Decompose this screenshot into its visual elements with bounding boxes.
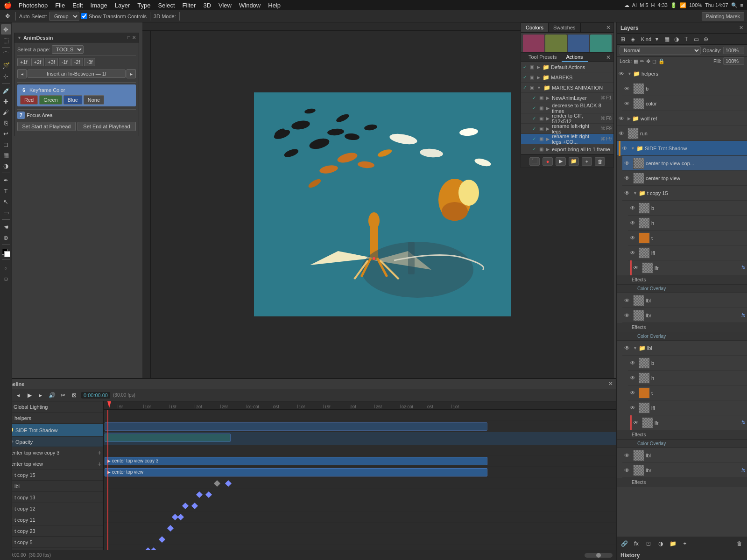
adjustment-layer-btn[interactable]: ◑ [656, 539, 665, 548]
track-tc11[interactable]: ▶ 📁 t copy 11 [0, 514, 103, 525]
tl-timecode[interactable]: 0:00:00.00 [81, 392, 110, 399]
minus2f-btn[interactable]: -2f [71, 58, 83, 66]
anim-panel-min[interactable]: — [121, 35, 126, 40]
tab-coolors[interactable]: Coolors [521, 23, 549, 32]
action-render-gif[interactable]: ✓ ▣ ▶ render to GIF, 512x512 ⌘ F8 [521, 113, 613, 124]
layer-run[interactable]: 👁 run [617, 126, 747, 141]
hand-tool[interactable]: ☚ [1, 222, 11, 232]
layers-filter-icon[interactable]: ◈ [628, 35, 637, 43]
transform-controls-checkbox[interactable] [81, 13, 87, 19]
shape-tool[interactable]: ▭ [1, 207, 11, 217]
filter-kind-dropdown[interactable]: ▾ [653, 35, 661, 43]
delete-layer-btn[interactable]: 🗑 [735, 539, 744, 548]
track-helpers[interactable]: ▶ 📁 helpers [0, 413, 103, 424]
fill-input[interactable] [723, 57, 744, 65]
lasso-tool[interactable]: ⌒ [1, 49, 11, 60]
move-tool[interactable]: ✥ [1, 24, 11, 35]
filter-adj-icon[interactable]: ◑ [672, 35, 681, 43]
menu-layer[interactable]: Layer [112, 1, 134, 10]
layer-t2[interactable]: 👁 t [628, 385, 747, 400]
layer-side-trot[interactable]: 👁 ▼ 📁 SIDE Trot Shadow [617, 141, 747, 156]
lock-transparency[interactable]: ▦ [634, 58, 638, 64]
set-end-btn[interactable]: Set End at Playhead [78, 122, 136, 131]
track-opacity[interactable]: ☀ Opacity [0, 437, 103, 447]
menu-filter[interactable]: Filter [179, 1, 199, 10]
layer-lbl2[interactable]: 👁 ▼ 📁 lbl [622, 341, 747, 356]
tl-audio[interactable]: 🔊 [48, 391, 56, 399]
text-tool[interactable]: T [1, 186, 11, 196]
action-export-bring[interactable]: ✓ ▣ ▶ export bring all to 1 frame [521, 144, 613, 154]
menu-help[interactable]: Help [265, 1, 284, 10]
action-default-actions[interactable]: ✓ ▣ ▶ 📁 Default Actions [521, 62, 613, 72]
kf-tc15-grey[interactable] [214, 480, 220, 487]
blend-mode-select[interactable]: Normal [620, 46, 701, 55]
track-side-trot[interactable]: ▼ 📁 SIDE Trot Shadow [0, 424, 103, 437]
lock-all[interactable]: 🔒 [658, 58, 665, 64]
lock-position[interactable]: ✥ [646, 58, 650, 64]
layer-center-top-copy3[interactable]: 👁 center top view cop... [622, 156, 747, 171]
set-start-btn[interactable]: Set Start at Playhead [17, 122, 76, 131]
layer-h2[interactable]: 👁 h [628, 371, 747, 385]
tab-actions[interactable]: Actions [562, 53, 588, 62]
kf-tc23[interactable] [159, 536, 165, 543]
quick-mask-btn[interactable]: ○ [1, 263, 11, 273]
tl-play[interactable]: ▶ [25, 391, 34, 399]
track-tc5[interactable]: ▶ 📁 t copy 5 [0, 537, 103, 548]
action-mareks[interactable]: ✓ ▣ ▶ 📁 MAREKS [521, 72, 613, 83]
blur-tool[interactable]: ◑ [1, 161, 11, 171]
filter-type-icon[interactable]: T [682, 35, 691, 43]
new-set-btn[interactable]: + [582, 157, 592, 166]
layer-h1[interactable]: 👁 h [628, 216, 747, 231]
keyframe-red-btn[interactable]: Red [20, 95, 38, 105]
track-ctv[interactable]: ▶ center top view + [0, 458, 103, 469]
apple-icon[interactable]: 🍎 [4, 1, 12, 9]
layer-mask-btn[interactable]: ⊡ [644, 539, 653, 548]
tl-block-ctvc3[interactable]: ▶ center top view copy 3 [105, 457, 487, 465]
pen-tool[interactable]: ✒ [1, 175, 11, 185]
new-layer-btn[interactable]: + [680, 539, 690, 548]
new-action-btn[interactable]: 📁 [569, 157, 579, 166]
timeline-close[interactable]: ✕ [608, 381, 613, 387]
brush-tool[interactable]: 🖌 [1, 107, 11, 117]
layer-lbr1[interactable]: 👁 lbr fx [622, 308, 747, 323]
kf-tc5-2[interactable] [145, 547, 151, 550]
eyedropper-tool[interactable]: 💉 [1, 85, 11, 96]
layers-panel-close[interactable]: ✕ [739, 25, 743, 31]
workspace-indicator[interactable]: Painting Marek [702, 12, 744, 21]
kf-lbl-2[interactable] [196, 491, 203, 498]
track-tc23[interactable]: ▶ 📁 t copy 23 [0, 525, 103, 537]
action-rename-lr2[interactable]: ✓ ▣ ▶ rename left-right legs +CO... ⌘ F9 [521, 134, 613, 144]
tab-tool-presets[interactable]: Tool Presets [524, 53, 562, 62]
delete-action-btn[interactable]: 🗑 [595, 157, 605, 166]
lock-artboard[interactable]: ◻ [652, 58, 656, 64]
menu-type[interactable]: Type [134, 1, 154, 10]
layer-lfr[interactable]: 👁 lfr fx [628, 260, 747, 275]
opacity-input[interactable] [723, 47, 744, 54]
track-tc12[interactable]: ▶ 📁 t copy 12 [0, 503, 103, 514]
crop-tool[interactable]: ⊹ [1, 71, 11, 81]
tl-block-side-trot[interactable] [105, 434, 231, 442]
lock-paint[interactable]: ✏ [640, 58, 644, 64]
track-tc13[interactable]: ▶ 📁 t copy 13 [0, 492, 103, 503]
marquee-tool[interactable]: ⬚ [1, 35, 11, 45]
plus2f-btn[interactable]: +2f [31, 58, 44, 66]
select-page-dropdown[interactable]: TOOLS [52, 45, 84, 54]
action-new-anim-layer[interactable]: ✓ ▣ ▶ NewAnimLayer ⌘ F1 [521, 93, 613, 103]
filter-pixel-icon[interactable]: ▦ [662, 35, 671, 43]
menu-select[interactable]: Select [155, 1, 178, 10]
tl-next-frame[interactable]: ▸ [36, 391, 45, 399]
anim-panel-close[interactable]: ✕ [132, 35, 136, 40]
record-btn[interactable]: ● [543, 157, 553, 166]
layer-color1[interactable]: 👁 color [622, 96, 747, 111]
clone-tool[interactable]: ⎘ [1, 118, 11, 128]
layer-helpers[interactable]: 👁 ▼ 📁 helpers [617, 66, 747, 81]
layer-lfl[interactable]: 👁 lfl [628, 245, 747, 260]
plus3f-btn[interactable]: +3f [45, 58, 58, 66]
gradient-tool[interactable]: ▦ [1, 150, 11, 160]
tl-zoom-handle[interactable] [596, 553, 601, 558]
tl-zoom-slider[interactable] [585, 553, 613, 558]
layer-b2[interactable]: 👁 b [628, 201, 747, 216]
keyframe-green-btn[interactable]: Green [39, 95, 62, 105]
layer-b3[interactable]: 👁 b [628, 356, 747, 371]
action-mareks-animation[interactable]: ✓ ▣ ▼ 📁 MAREKS ANIMATION [521, 83, 613, 93]
